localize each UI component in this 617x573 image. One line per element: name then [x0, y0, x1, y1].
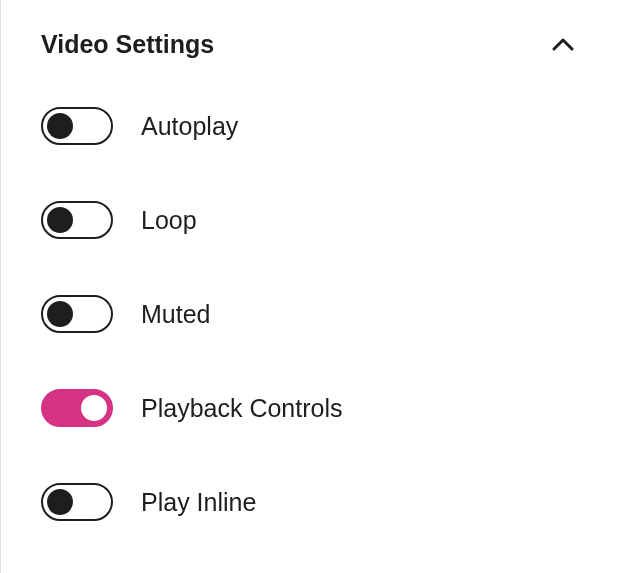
play-inline-label: Play Inline [141, 488, 256, 517]
muted-label: Muted [141, 300, 210, 329]
play-inline-toggle[interactable] [41, 483, 113, 521]
toggle-row-muted: Muted [41, 295, 577, 333]
playback-controls-toggle[interactable] [41, 389, 113, 427]
section-header: Video Settings [41, 30, 577, 59]
toggle-row-playback-controls: Playback Controls [41, 389, 577, 427]
toggle-knob [47, 113, 73, 139]
toggle-knob [47, 207, 73, 233]
toggle-row-play-inline: Play Inline [41, 483, 577, 521]
section-title: Video Settings [41, 30, 214, 59]
loop-label: Loop [141, 206, 197, 235]
toggle-knob [81, 395, 107, 421]
toggle-row-loop: Loop [41, 201, 577, 239]
autoplay-label: Autoplay [141, 112, 238, 141]
toggle-knob [47, 489, 73, 515]
toggle-knob [47, 301, 73, 327]
muted-toggle[interactable] [41, 295, 113, 333]
autoplay-toggle[interactable] [41, 107, 113, 145]
playback-controls-label: Playback Controls [141, 394, 342, 423]
loop-toggle[interactable] [41, 201, 113, 239]
chevron-up-icon[interactable] [549, 31, 577, 59]
toggle-row-autoplay: Autoplay [41, 107, 577, 145]
